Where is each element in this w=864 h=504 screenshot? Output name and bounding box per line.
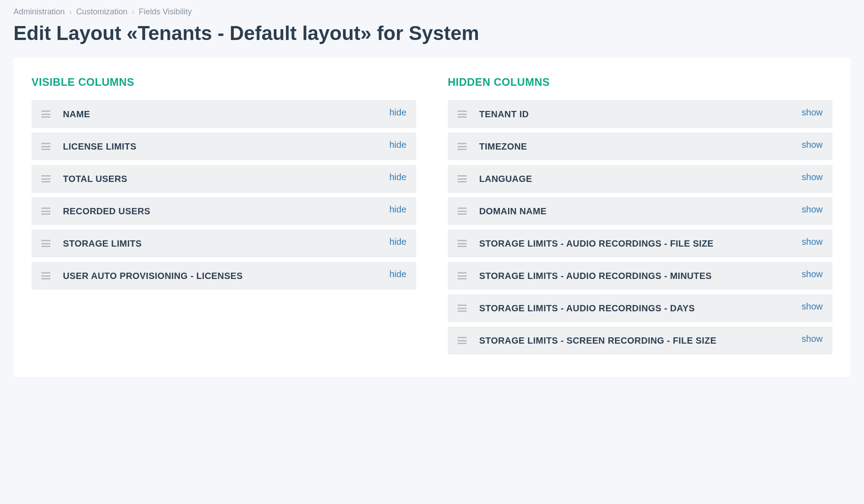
drag-handle-icon[interactable] xyxy=(458,240,467,247)
show-link[interactable]: show xyxy=(802,204,823,215)
hidden-columns-heading: HIDDEN COLUMNS xyxy=(448,76,833,88)
drag-handle-icon[interactable] xyxy=(41,111,50,118)
breadcrumb-customization[interactable]: Customization xyxy=(76,7,127,17)
show-link[interactable]: show xyxy=(802,269,823,279)
page-title: Edit Layout «Tenants - Default layout» f… xyxy=(0,20,864,58)
column-item[interactable]: STORAGE LIMITS - AUDIO RECORDINGS - FILE… xyxy=(448,230,833,257)
column-item[interactable]: LANGUAGEshow xyxy=(448,165,833,193)
column-item-label: STORAGE LIMITS xyxy=(63,237,380,250)
chevron-right-icon: › xyxy=(69,8,71,16)
column-item-label: RECORDED USERS xyxy=(63,204,380,218)
hide-link[interactable]: hide xyxy=(389,172,406,182)
visible-columns-list: NAMEhideLICENSE LIMITShideTOTAL USERShid… xyxy=(31,100,416,290)
show-link[interactable]: show xyxy=(802,107,823,118)
hide-link[interactable]: hide xyxy=(389,107,406,118)
hide-link[interactable]: hide xyxy=(389,237,406,247)
drag-handle-icon[interactable] xyxy=(41,208,50,215)
drag-handle-icon[interactable] xyxy=(41,240,50,247)
column-item-label: STORAGE LIMITS - AUDIO RECORDINGS - MINU… xyxy=(479,269,793,283)
show-link[interactable]: show xyxy=(802,334,823,344)
visible-columns-section: VISIBLE COLUMNS NAMEhideLICENSE LIMITShi… xyxy=(31,76,416,359)
column-item[interactable]: STORAGE LIMITS - SCREEN RECORDING - FILE… xyxy=(448,327,833,354)
show-link[interactable]: show xyxy=(802,301,823,312)
drag-handle-icon[interactable] xyxy=(458,305,467,312)
drag-handle-icon[interactable] xyxy=(41,175,50,182)
column-item-label: LICENSE LIMITS xyxy=(63,140,380,153)
visible-columns-heading: VISIBLE COLUMNS xyxy=(31,76,416,88)
column-item-label: STORAGE LIMITS - AUDIO RECORDINGS - DAYS xyxy=(479,301,793,315)
column-item-label: TENANT ID xyxy=(479,107,793,121)
column-item-label: DOMAIN NAME xyxy=(479,204,793,218)
breadcrumb: Administration › Customization › Fields … xyxy=(0,0,864,20)
column-item[interactable]: TENANT IDshow xyxy=(448,100,833,128)
hide-link[interactable]: hide xyxy=(389,204,406,215)
column-item[interactable]: DOMAIN NAMEshow xyxy=(448,197,833,225)
breadcrumb-fields-visibility[interactable]: Fields Visibility xyxy=(139,7,192,17)
show-link[interactable]: show xyxy=(802,172,823,182)
column-item-label: TIMEZONE xyxy=(479,140,793,153)
column-item[interactable]: USER AUTO PROVISIONING - LICENSEShide xyxy=(31,262,416,290)
drag-handle-icon[interactable] xyxy=(458,111,467,118)
hidden-columns-list: TENANT IDshowTIMEZONEshowLANGUAGEshowDOM… xyxy=(448,100,833,354)
column-item-label: LANGUAGE xyxy=(479,172,793,186)
column-item[interactable]: TOTAL USERShide xyxy=(31,165,416,193)
drag-handle-icon[interactable] xyxy=(458,143,467,150)
drag-handle-icon[interactable] xyxy=(41,272,50,279)
hidden-columns-section: HIDDEN COLUMNS TENANT IDshowTIMEZONEshow… xyxy=(448,76,833,359)
columns-card: VISIBLE COLUMNS NAMEhideLICENSE LIMITShi… xyxy=(13,58,851,377)
column-item[interactable]: STORAGE LIMITS - AUDIO RECORDINGS - MINU… xyxy=(448,262,833,290)
column-item[interactable]: STORAGE LIMITS - AUDIO RECORDINGS - DAYS… xyxy=(448,294,833,322)
show-link[interactable]: show xyxy=(802,140,823,150)
column-item-label: TOTAL USERS xyxy=(63,172,380,186)
column-item-label: USER AUTO PROVISIONING - LICENSES xyxy=(63,269,380,283)
chevron-right-icon: › xyxy=(132,8,134,16)
drag-handle-icon[interactable] xyxy=(41,143,50,150)
column-item-label: STORAGE LIMITS - AUDIO RECORDINGS - FILE… xyxy=(479,237,793,250)
column-item[interactable]: TIMEZONEshow xyxy=(448,133,833,160)
breadcrumb-administration[interactable]: Administration xyxy=(13,7,65,17)
column-item[interactable]: RECORDED USERShide xyxy=(31,197,416,225)
hide-link[interactable]: hide xyxy=(389,269,406,279)
column-item[interactable]: STORAGE LIMITShide xyxy=(31,230,416,257)
show-link[interactable]: show xyxy=(802,237,823,247)
column-item[interactable]: NAMEhide xyxy=(31,100,416,128)
column-item-label: NAME xyxy=(63,107,380,121)
column-item[interactable]: LICENSE LIMITShide xyxy=(31,133,416,160)
drag-handle-icon[interactable] xyxy=(458,175,467,182)
column-item-label: STORAGE LIMITS - SCREEN RECORDING - FILE… xyxy=(479,334,793,347)
hide-link[interactable]: hide xyxy=(389,140,406,150)
drag-handle-icon[interactable] xyxy=(458,272,467,279)
drag-handle-icon[interactable] xyxy=(458,337,467,344)
drag-handle-icon[interactable] xyxy=(458,208,467,215)
